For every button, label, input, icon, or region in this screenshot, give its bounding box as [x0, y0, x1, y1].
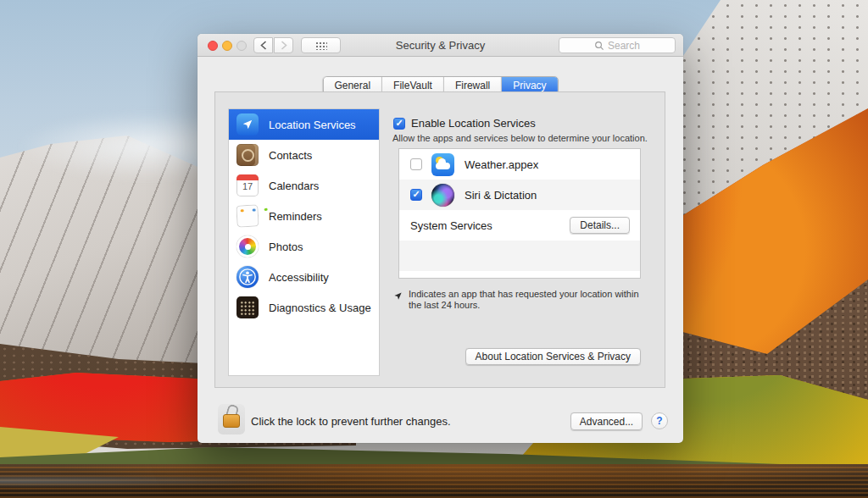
search-icon: [594, 41, 604, 51]
wallpaper-lake: [0, 464, 868, 498]
accessibility-icon: [236, 266, 259, 288]
sidebar-item-label: Photos: [269, 241, 303, 253]
reminders-list-icon: [236, 204, 259, 227]
search-placeholder: Search: [608, 40, 640, 52]
system-services-row: System Services Details...: [399, 210, 640, 241]
app-row-siri: Siri & Dictation: [399, 180, 640, 210]
sidebar-item-label: Reminders: [269, 210, 322, 223]
location-arrow-small-icon: [393, 291, 403, 301]
siri-checkbox[interactable]: [410, 189, 422, 201]
sidebar-item-reminders[interactable]: Reminders: [229, 201, 379, 231]
sidebar-item-contacts[interactable]: Contacts: [229, 140, 379, 170]
enable-location-label: Enable Location Services: [411, 117, 536, 130]
photos-pinwheel-icon: [236, 235, 259, 257]
app-row-weather: Weather.appex: [399, 149, 640, 180]
sidebar-item-calendars[interactable]: 17 Calendars: [229, 170, 379, 201]
sidebar-item-photos[interactable]: Photos: [229, 231, 379, 262]
app-name: Siri & Dictation: [465, 189, 537, 202]
about-location-services-button[interactable]: About Location Services & Privacy: [465, 348, 641, 365]
search-input[interactable]: Search: [559, 37, 676, 53]
lock-body: [223, 414, 240, 428]
enable-location-checkbox[interactable]: [393, 118, 405, 130]
security-privacy-window: Security & Privacy Search General FileVa…: [198, 34, 683, 443]
details-button[interactable]: Details...: [570, 217, 630, 234]
sidebar-item-label: Location Services: [269, 119, 356, 131]
contacts-book-icon: [236, 144, 259, 166]
lock-icon[interactable]: [218, 404, 245, 434]
sidebar-item-accessibility[interactable]: Accessibility: [229, 262, 379, 292]
weather-checkbox[interactable]: [410, 158, 422, 170]
sidebar-item-label: Calendars: [269, 180, 319, 192]
calendar-icon: 17: [236, 174, 259, 196]
advanced-button[interactable]: Advanced...: [570, 412, 643, 430]
lock-hint-text: Click the lock to prevent further change…: [251, 415, 451, 428]
location-app-list: Weather.appex Siri & Dictation System Se…: [398, 148, 641, 279]
calendar-day: 17: [236, 181, 259, 191]
sidebar-item-label: Diagnostics & Usage: [269, 302, 371, 314]
sidebar-item-location-services[interactable]: Location Services: [229, 109, 379, 140]
location-services-panel: Enable Location Services Allow the apps …: [392, 92, 641, 387]
note-text: Indicates an app that has requested your…: [409, 289, 641, 311]
enable-location-row: Enable Location Services: [393, 117, 536, 130]
weather-icon: [431, 153, 454, 176]
location-note: Indicates an app that has requested your…: [393, 289, 641, 311]
privacy-pane: Location Services Contacts 17 Calendars …: [214, 91, 665, 388]
app-name: Weather.appex: [465, 158, 538, 171]
sidebar-item-label: Contacts: [269, 149, 312, 162]
help-button[interactable]: ?: [651, 412, 668, 429]
privacy-sidebar: Location Services Contacts 17 Calendars …: [228, 108, 380, 376]
calendar-header: [236, 174, 259, 180]
sidebar-item-diagnostics[interactable]: Diagnostics & Usage: [229, 292, 379, 323]
location-arrow-icon: [236, 113, 259, 136]
diagnostics-grid-icon: [236, 296, 259, 318]
sidebar-item-label: Accessibility: [269, 271, 329, 284]
siri-icon: [431, 184, 454, 207]
empty-row: [399, 241, 640, 271]
window-titlebar: Security & Privacy Search: [198, 34, 683, 57]
system-services-label: System Services: [410, 219, 492, 232]
location-description: Allow the apps and services below to det…: [392, 133, 648, 143]
